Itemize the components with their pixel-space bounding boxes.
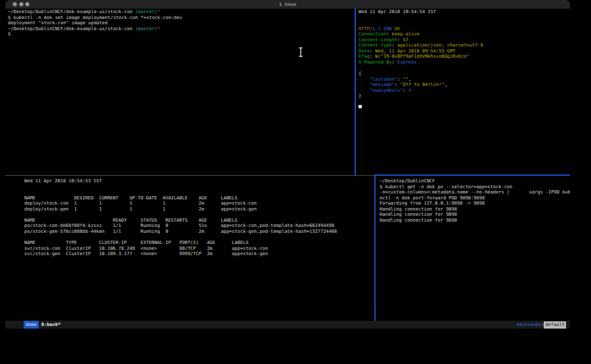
terminal-line: svc/stock-con ClusterIP 10.106.78.249 <n… bbox=[24, 246, 392, 252]
terminal-line: NAME DESIRED CURRENT UP-TO-DATE AVAILABL… bbox=[24, 195, 392, 201]
terminal-line: deployment "stock-con" image updated bbox=[8, 20, 357, 26]
terminal-line: "numsymbols": 4 bbox=[359, 88, 570, 94]
terminal-line: Connection: keep-alive bbox=[359, 31, 570, 37]
window-title: 1. tmux bbox=[5, 1, 570, 7]
terminal-line: Handling connection for 9898 bbox=[380, 212, 570, 218]
terminal-line: Content-Type: application/json; charset=… bbox=[359, 43, 570, 49]
terminal-line: -o=custom-columns=:metadata.name --no-he… bbox=[380, 190, 570, 195]
terminal-line: po/stock-con-bb68f88fd-kzsxz 1/1 Running… bbox=[24, 223, 392, 229]
terminal-line: { bbox=[359, 71, 570, 77]
terminal-line bbox=[24, 190, 392, 195]
terminal-line: Date: Wed, 11 Apr 2018 09:54:55 GMT bbox=[359, 49, 570, 54]
terminal-line: Content-Length: 57 bbox=[359, 37, 570, 43]
terminal-line bbox=[359, 15, 570, 21]
terminal-line: HTTP/1.1 200 OK bbox=[359, 26, 570, 32]
pane-divider-horizontal-active[interactable] bbox=[374, 174, 570, 176]
terminal-line: $ kubectl -n dok set image deployment/st… bbox=[8, 15, 357, 21]
terminal-line: po/stock-gen-576cc688bb-44kmn 1/1 Runnin… bbox=[24, 229, 392, 235]
window-tab-bash[interactable]: 0:bash* bbox=[41, 321, 61, 329]
kube-namespace: default bbox=[544, 321, 566, 329]
terminal-line: ~/Desktop/DublinCNCF bbox=[380, 178, 570, 184]
pane-http-response[interactable]: Wed 11 Apr 2018 10:54:54 IST HTTP/1.1 20… bbox=[356, 9, 570, 176]
status-right: ⎈ minikube : default bbox=[516, 321, 566, 329]
terminal-line: ~/Desktop/DublinCNCF/dok-example-us/stoc… bbox=[8, 26, 357, 32]
mouse-cursor bbox=[298, 47, 303, 60]
terminal-window: 1. tmux ~/Desktop/DublinCNCF/dok-example… bbox=[5, 0, 570, 329]
block-cursor bbox=[359, 105, 362, 109]
terminal-line: NAME TYPE CLUSTER-IP EXTERNAL-IP PORT(S)… bbox=[24, 240, 392, 246]
terminal-line: Handling connection for 9898 bbox=[380, 207, 570, 212]
pane-divider-horizontal[interactable] bbox=[5, 175, 374, 176]
terminal-line bbox=[359, 99, 570, 105]
terminal-line bbox=[359, 20, 570, 26]
terminal-line: X-Powered-By: Express bbox=[359, 60, 570, 66]
terminal-line: deploy/stock-con 1 1 1 1 2m app=stock-co… bbox=[24, 201, 392, 207]
terminal-line: NAME READY STATUS RESTARTS AGE LABELS bbox=[24, 218, 392, 224]
pane-divider-vertical-top[interactable] bbox=[355, 9, 356, 175]
session-name-badge[interactable]: demo bbox=[24, 321, 39, 329]
terminal-line: $ kubectl get -n dok po --selector=app=s… bbox=[380, 184, 570, 190]
terminal-line bbox=[24, 234, 392, 240]
terminal-line: $ bbox=[8, 31, 357, 37]
title-bar: 1. tmux bbox=[5, 0, 570, 9]
terminal-line: Forwarding from 127.0.0.1:9898 -> 9898 bbox=[380, 201, 570, 207]
terminal-line: Wed 11 Apr 2018 10:54:54 IST bbox=[359, 9, 570, 15]
terminal-line bbox=[359, 65, 570, 71]
terminal-line bbox=[24, 212, 392, 218]
terminal-line: ~/Desktop/DublinCNCF/dok-example-us/stoc… bbox=[8, 9, 357, 15]
terminal-line: ectl -n dok port-forward POD 9898:9898 bbox=[380, 195, 570, 201]
pane-shell[interactable]: ~/Desktop/DublinCNCF/dok-example-us/stoc… bbox=[5, 9, 357, 176]
pane-kubectl-watch[interactable]: Wed 11 Apr 2018 10:54:53 IST NAME DESIRE… bbox=[5, 176, 392, 323]
terminal-line bbox=[24, 184, 392, 190]
desktop: { "window": { "title": "1. tmux" }, "col… bbox=[0, 0, 591, 364]
terminal-line: "lastseen": "", bbox=[359, 77, 570, 83]
terminal-line: svc/stock-gen ClusterIP 10.109.3.177 <no… bbox=[24, 251, 392, 257]
terminal-line: deploy/stock-gen 1 1 1 1 2m app=stock-ge… bbox=[24, 207, 392, 212]
terminal-line: ETag: W/"39-0xBPf9aF1dXVNkhsxoBQgJ8vKzo" bbox=[359, 54, 570, 60]
terminal-line: Wed 11 Apr 2018 10:54:53 IST bbox=[24, 178, 392, 184]
pane-port-forward[interactable]: ~/Desktop/DublinCNCF$ kubectl get -n dok… bbox=[377, 176, 570, 323]
status-left: demo 0:bash* bbox=[24, 321, 60, 329]
terminal-line: "message": "Off to Berlin!", bbox=[359, 82, 570, 88]
terminal-line: } bbox=[359, 93, 570, 99]
tmux-status-bar: demo 0:bash* ⎈ minikube : default bbox=[5, 321, 570, 329]
terminal-line bbox=[359, 104, 570, 110]
terminal-line: Handling connection for 9898 bbox=[380, 218, 570, 224]
pane-divider-vertical-bottom[interactable] bbox=[374, 176, 376, 321]
kube-context: minikube bbox=[519, 321, 542, 329]
